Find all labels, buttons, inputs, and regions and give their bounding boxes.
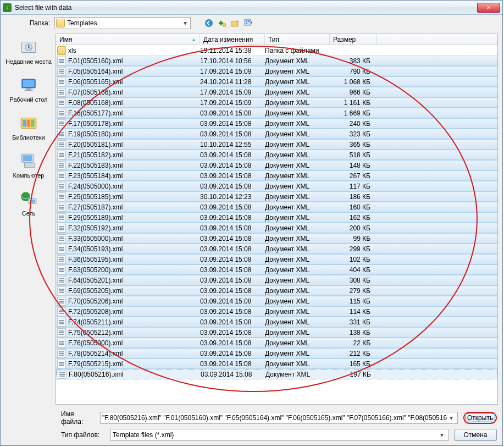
new-folder-button[interactable]: [230, 18, 240, 28]
xml-file-icon: [58, 370, 67, 379]
file-type: Папка с файлами: [265, 47, 330, 54]
file-type: Документ XML: [265, 287, 330, 295]
titlebar: ↓ Select file with data ✕: [1, 1, 502, 15]
xml-file-icon: [57, 360, 66, 368]
file-size: 148 КБ: [330, 162, 374, 169]
folder-row[interactable]: xls19.11.2014 15:38Папка с файлами: [56, 45, 497, 56]
file-row[interactable]: F.80(0505216).xml03.09.2014 15:08Докумен…: [56, 369, 497, 379]
file-size: 212 КБ: [330, 350, 374, 357]
places-bar: Недавние места Рабочий стол Библиотеки К…: [5, 34, 52, 405]
file-row[interactable]: F.06(0505165).xml24.10.2014 11:28Докумен…: [56, 76, 497, 87]
file-type: Документ XML: [265, 109, 330, 117]
xml-file-icon: [57, 88, 66, 97]
col-date[interactable]: Дата изменения: [200, 34, 265, 45]
back-button[interactable]: [204, 18, 214, 28]
file-row[interactable]: F.27(0505187).xml03.09.2014 15:08Докумен…: [56, 202, 497, 212]
file-row[interactable]: F.74(0505211).xml03.09.2014 15:08Докумен…: [56, 317, 497, 327]
open-button[interactable]: Открыть: [463, 412, 497, 424]
file-row[interactable]: F.05(0505164).xml17.09.2014 15:09Докумен…: [56, 66, 497, 76]
place-desktop[interactable]: Рабочий стол: [9, 75, 47, 103]
filename-input[interactable]: "F.80(0505216).xml" "F.01(0505160).xml" …: [100, 412, 458, 424]
file-row[interactable]: F.17(0505178).xml03.09.2014 15:08Докумен…: [56, 118, 497, 129]
file-type: Документ XML: [265, 224, 330, 232]
svg-rect-18: [23, 155, 32, 161]
chevron-down-icon[interactable]: ▾: [447, 414, 456, 422]
file-type: Документ XML: [265, 193, 330, 201]
file-size: 404 КБ: [330, 266, 374, 274]
file-row[interactable]: F.36(0505195).xml03.09.2014 15:08Докумен…: [56, 254, 497, 264]
file-row[interactable]: F.20(0505181).xml10.10.2014 12:55Докумен…: [56, 139, 497, 150]
file-name: F.75(0505212).xml: [68, 329, 200, 336]
filetype-dropdown[interactable]: Template files (*.xml) ▾: [110, 429, 448, 441]
file-date: 03.09.2014 15:08: [201, 371, 265, 378]
file-row[interactable]: F.63(0505200).xml03.09.2014 15:08Докумен…: [56, 264, 497, 275]
col-name[interactable]: Имя▲: [56, 34, 200, 45]
place-libraries[interactable]: Библиотеки: [12, 113, 45, 141]
file-name: F.76(0505000).xml: [68, 339, 200, 347]
file-row[interactable]: F.25(0505185).xml30.10.2014 12:23Докумен…: [56, 191, 497, 202]
svg-rect-4: [246, 20, 247, 22]
column-headers[interactable]: Имя▲ Дата изменения Тип Размер: [56, 34, 497, 45]
file-date: 03.09.2014 15:08: [200, 214, 265, 222]
file-row[interactable]: F.33(0505000).xml03.09.2014 15:08Докумен…: [56, 233, 497, 244]
file-type: Документ XML: [265, 245, 330, 253]
place-recent[interactable]: Недавние места: [5, 37, 52, 65]
file-row[interactable]: F.76(0505000).xml03.09.2014 15:08Докумен…: [56, 338, 497, 348]
file-row[interactable]: F.64(0505201).xml03.09.2014 15:08Докумен…: [56, 275, 497, 285]
close-button[interactable]: ✕: [477, 3, 500, 13]
file-row[interactable]: F.24(0505000).xml03.09.2014 15:08Докумен…: [56, 181, 497, 191]
cancel-button[interactable]: Отмена: [454, 429, 497, 441]
file-row[interactable]: F.07(0505166).xml17.09.2014 15:09Докумен…: [56, 87, 497, 97]
file-row[interactable]: F.22(0505183).xml03.09.2014 15:08Докумен…: [56, 160, 497, 170]
filetype-value: Template files (*.xml): [113, 431, 437, 439]
file-row[interactable]: F.32(0505192).xml03.09.2014 15:08Докумен…: [56, 223, 497, 233]
file-row[interactable]: F.16(0505177).xml03.09.2014 15:08Докумен…: [56, 108, 497, 118]
file-date: 03.09.2014 15:08: [200, 350, 265, 357]
xml-file-icon: [57, 130, 66, 139]
file-row[interactable]: F.70(0505206).xml03.09.2014 15:08Докумен…: [56, 296, 497, 306]
file-row[interactable]: F.75(0505212).xml03.09.2014 15:08Докумен…: [56, 327, 497, 338]
xml-file-icon: [57, 328, 66, 337]
folder-icon: [57, 46, 66, 55]
file-row[interactable]: F.23(0505184).xml03.09.2014 15:08Докумен…: [56, 170, 497, 181]
file-row[interactable]: F.29(0505189).xml03.09.2014 15:08Докумен…: [56, 212, 497, 223]
file-row[interactable]: F.08(0505168).xml17.09.2014 15:09Докумен…: [56, 97, 497, 108]
file-row[interactable]: F.01(0505160).xml17.10.2014 10:56Докумен…: [56, 56, 497, 66]
file-date: 17.09.2014 15:09: [200, 89, 265, 96]
place-computer[interactable]: Компьютер: [13, 151, 45, 179]
col-type[interactable]: Тип: [265, 34, 330, 45]
file-size: 966 КБ: [330, 89, 374, 96]
file-row[interactable]: F.79(0505215).xml03.09.2014 15:08Докумен…: [56, 358, 497, 369]
xml-file-icon: [57, 307, 66, 316]
file-size: 115 КБ: [330, 297, 374, 305]
up-one-level-button[interactable]: [217, 18, 227, 28]
file-size: 162 КБ: [330, 214, 374, 222]
folder-dropdown[interactable]: Templates ▾: [54, 17, 191, 29]
xml-file-icon: [57, 151, 66, 159]
file-row[interactable]: F.69(0505205).xml03.09.2014 15:08Докумен…: [56, 285, 497, 296]
xml-file-icon: [57, 339, 66, 347]
file-name: xls: [68, 47, 200, 54]
recent-icon: [19, 37, 38, 57]
place-label: Рабочий стол: [9, 96, 47, 103]
app-icon: ↓: [3, 3, 12, 12]
folder-value: Templates: [67, 19, 181, 27]
file-row[interactable]: F.72(0505208).xml03.09.2014 15:08Докумен…: [56, 306, 497, 317]
file-type: Документ XML: [265, 172, 330, 180]
window-title: Select file with data: [15, 4, 477, 12]
file-row[interactable]: F.19(0505180).xml03.09.2014 15:08Докумен…: [56, 129, 497, 139]
file-date: 03.09.2014 15:08: [200, 308, 265, 316]
file-type: Документ XML: [265, 162, 330, 169]
filetype-label: Тип файлов:: [61, 431, 105, 439]
file-row[interactable]: F.78(0505214).xml03.09.2014 15:08Докумен…: [56, 348, 497, 358]
chevron-down-icon[interactable]: ▾: [437, 431, 446, 439]
file-date: 19.11.2014 15:38: [200, 47, 265, 54]
file-name: F.64(0505201).xml: [68, 277, 200, 284]
file-size: 114 КБ: [330, 308, 374, 316]
file-row[interactable]: F.21(0505182).xml03.09.2014 15:08Докумен…: [56, 150, 497, 160]
file-type: Документ XML: [265, 360, 330, 368]
views-button[interactable]: [243, 18, 253, 28]
place-network[interactable]: Сеть: [19, 189, 38, 217]
file-row[interactable]: F.34(0505193).xml03.09.2014 15:08Докумен…: [56, 244, 497, 254]
col-size[interactable]: Размер: [330, 34, 377, 45]
